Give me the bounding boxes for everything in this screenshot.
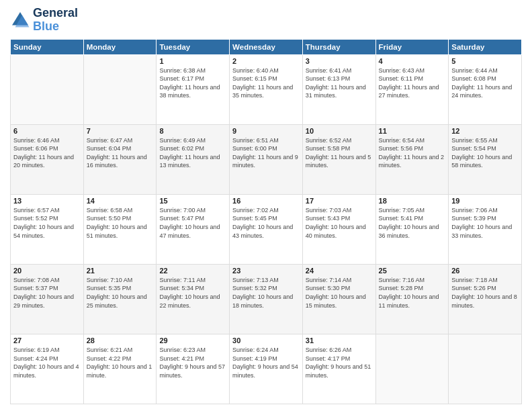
day-info: Sunrise: 6:52 AM Sunset: 5:58 PM Dayligh… [306,136,373,170]
day-number: 28 [87,336,154,345]
day-number: 9 [232,127,300,135]
day-cell: 6Sunrise: 6:46 AM Sunset: 6:06 PM Daylig… [11,124,84,194]
day-cell: 19Sunrise: 7:06 AM Sunset: 5:39 PM Dayli… [449,194,522,264]
day-number: 10 [306,127,373,135]
day-cell: 11Sunrise: 6:54 AM Sunset: 5:56 PM Dayli… [375,124,449,194]
weekday-header-thursday: Thursday [302,39,375,54]
day-info: Sunrise: 6:47 AM Sunset: 6:04 PM Dayligh… [87,136,154,170]
weekday-header-wednesday: Wednesday [230,39,303,54]
day-cell [11,54,84,124]
day-number: 14 [87,197,154,205]
day-cell: 20Sunrise: 7:08 AM Sunset: 5:37 PM Dayli… [11,264,84,334]
day-info: Sunrise: 6:43 AM Sunset: 6:11 PM Dayligh… [379,66,446,100]
day-number: 27 [13,336,81,345]
day-cell: 2Sunrise: 6:40 AM Sunset: 6:15 PM Daylig… [230,54,303,124]
week-row-5: 27Sunrise: 6:19 AM Sunset: 4:24 PM Dayli… [11,334,522,404]
day-cell: 30Sunrise: 6:24 AM Sunset: 4:19 PM Dayli… [230,334,303,404]
day-info: Sunrise: 6:54 AM Sunset: 5:56 PM Dayligh… [379,136,446,170]
day-number: 12 [451,127,519,135]
day-cell: 3Sunrise: 6:41 AM Sunset: 6:13 PM Daylig… [302,54,375,124]
day-number: 20 [13,267,81,275]
day-number: 16 [232,197,300,205]
day-info: Sunrise: 6:44 AM Sunset: 6:08 PM Dayligh… [451,66,519,100]
day-cell: 7Sunrise: 6:47 AM Sunset: 6:04 PM Daylig… [83,124,157,194]
week-row-2: 6Sunrise: 6:46 AM Sunset: 6:06 PM Daylig… [11,124,522,194]
day-info: Sunrise: 7:00 AM Sunset: 5:47 PM Dayligh… [159,206,226,240]
day-info: Sunrise: 6:41 AM Sunset: 6:13 PM Dayligh… [306,66,373,100]
logo-icon [10,10,30,30]
day-info: Sunrise: 6:58 AM Sunset: 5:50 PM Dayligh… [87,206,154,240]
day-cell: 18Sunrise: 7:05 AM Sunset: 5:41 PM Dayli… [375,194,449,264]
weekday-header-saturday: Saturday [449,39,522,54]
day-number: 17 [306,197,373,205]
day-number: 8 [159,127,226,135]
day-number: 19 [451,197,519,205]
day-number: 30 [232,336,300,345]
day-cell: 26Sunrise: 7:18 AM Sunset: 5:26 PM Dayli… [449,264,522,334]
logo-text: General Blue [33,7,78,34]
day-info: Sunrise: 6:51 AM Sunset: 6:00 PM Dayligh… [232,136,300,170]
day-cell: 29Sunrise: 6:23 AM Sunset: 4:21 PM Dayli… [157,334,230,404]
day-info: Sunrise: 7:18 AM Sunset: 5:26 PM Dayligh… [451,276,519,310]
weekday-header-row: SundayMondayTuesdayWednesdayThursdayFrid… [11,39,522,54]
day-cell: 13Sunrise: 6:57 AM Sunset: 5:52 PM Dayli… [11,194,84,264]
day-info: Sunrise: 7:16 AM Sunset: 5:28 PM Dayligh… [379,276,446,310]
day-number: 2 [232,57,300,65]
day-cell [375,334,449,404]
day-cell: 24Sunrise: 7:14 AM Sunset: 5:30 PM Dayli… [302,264,375,334]
day-number: 25 [379,267,446,275]
week-row-4: 20Sunrise: 7:08 AM Sunset: 5:37 PM Dayli… [11,264,522,334]
day-info: Sunrise: 6:46 AM Sunset: 6:06 PM Dayligh… [13,136,81,170]
day-number: 22 [159,267,226,275]
day-cell: 14Sunrise: 6:58 AM Sunset: 5:50 PM Dayli… [83,194,157,264]
weekday-header-sunday: Sunday [11,39,84,54]
day-info: Sunrise: 7:03 AM Sunset: 5:43 PM Dayligh… [306,206,373,240]
day-number: 7 [87,127,154,135]
day-cell: 15Sunrise: 7:00 AM Sunset: 5:47 PM Dayli… [157,194,230,264]
day-cell [83,54,157,124]
header: General Blue [10,7,522,34]
day-cell: 4Sunrise: 6:43 AM Sunset: 6:11 PM Daylig… [375,54,449,124]
day-number: 3 [306,57,373,65]
day-number: 13 [13,197,81,205]
day-number: 18 [379,197,446,205]
day-cell: 8Sunrise: 6:49 AM Sunset: 6:02 PM Daylig… [157,124,230,194]
day-number: 26 [451,267,519,275]
day-info: Sunrise: 7:06 AM Sunset: 5:39 PM Dayligh… [451,206,519,240]
day-cell: 9Sunrise: 6:51 AM Sunset: 6:00 PM Daylig… [230,124,303,194]
day-number: 1 [159,57,226,65]
day-cell: 17Sunrise: 7:03 AM Sunset: 5:43 PM Dayli… [302,194,375,264]
day-cell: 10Sunrise: 6:52 AM Sunset: 5:58 PM Dayli… [302,124,375,194]
day-info: Sunrise: 6:24 AM Sunset: 4:19 PM Dayligh… [232,346,300,379]
day-cell: 12Sunrise: 6:55 AM Sunset: 5:54 PM Dayli… [449,124,522,194]
day-cell: 28Sunrise: 6:21 AM Sunset: 4:22 PM Dayli… [83,334,157,404]
day-cell: 16Sunrise: 7:02 AM Sunset: 5:45 PM Dayli… [230,194,303,264]
day-info: Sunrise: 6:21 AM Sunset: 4:22 PM Dayligh… [87,346,154,379]
day-cell: 27Sunrise: 6:19 AM Sunset: 4:24 PM Dayli… [11,334,84,404]
day-info: Sunrise: 7:14 AM Sunset: 5:30 PM Dayligh… [306,276,373,310]
day-info: Sunrise: 6:26 AM Sunset: 4:17 PM Dayligh… [306,346,373,379]
logo: General Blue [10,7,78,34]
day-info: Sunrise: 6:57 AM Sunset: 5:52 PM Dayligh… [13,206,81,240]
day-cell [449,334,522,404]
page: General Blue SundayMondayTuesdayWednesda… [0,0,532,411]
week-row-3: 13Sunrise: 6:57 AM Sunset: 5:52 PM Dayli… [11,194,522,264]
weekday-header-tuesday: Tuesday [157,39,230,54]
day-cell: 22Sunrise: 7:11 AM Sunset: 5:34 PM Dayli… [157,264,230,334]
weekday-header-monday: Monday [83,39,157,54]
day-number: 24 [306,267,373,275]
day-number: 6 [13,127,81,135]
day-info: Sunrise: 6:19 AM Sunset: 4:24 PM Dayligh… [13,346,81,379]
day-info: Sunrise: 6:55 AM Sunset: 5:54 PM Dayligh… [451,136,519,170]
week-row-1: 1Sunrise: 6:38 AM Sunset: 6:17 PM Daylig… [11,54,522,124]
day-info: Sunrise: 6:49 AM Sunset: 6:02 PM Dayligh… [159,136,226,170]
day-cell: 21Sunrise: 7:10 AM Sunset: 5:35 PM Dayli… [83,264,157,334]
calendar: SundayMondayTuesdayWednesdayThursdayFrid… [10,39,522,404]
day-number: 23 [232,267,300,275]
day-info: Sunrise: 6:23 AM Sunset: 4:21 PM Dayligh… [159,346,226,379]
day-info: Sunrise: 7:10 AM Sunset: 5:35 PM Dayligh… [87,276,154,310]
day-number: 21 [87,267,154,275]
day-number: 15 [159,197,226,205]
day-number: 5 [451,57,519,65]
day-info: Sunrise: 7:13 AM Sunset: 5:32 PM Dayligh… [232,276,300,310]
